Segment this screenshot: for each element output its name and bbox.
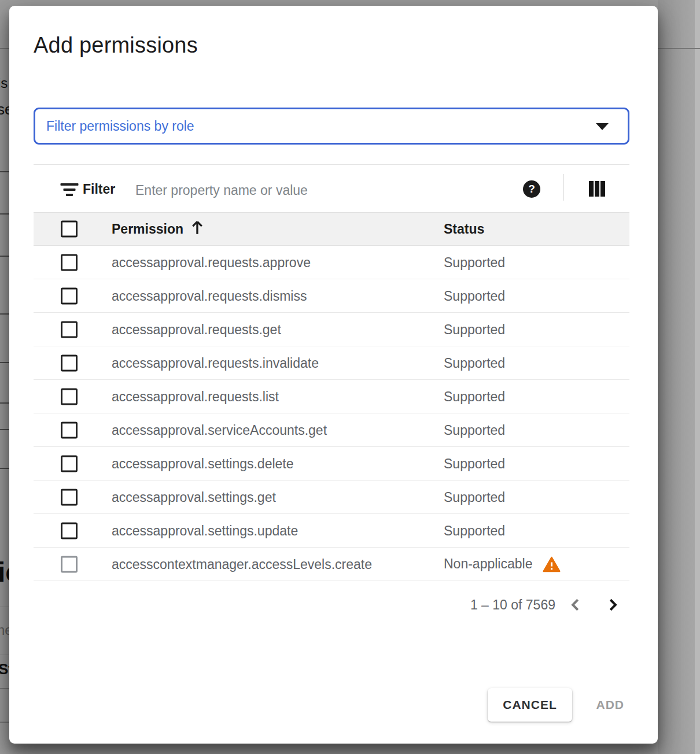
row-checkbox[interactable] [61, 522, 78, 539]
status-cell: Supported [444, 489, 505, 505]
background-row-border [0, 429, 9, 430]
row-checkbox[interactable] [61, 354, 78, 371]
row-checkbox[interactable] [61, 287, 78, 304]
permission-cell: accessapproval.requests.get [112, 321, 281, 337]
table-row[interactable]: accessapproval.requests.list Supported [34, 380, 629, 413]
background-divider [658, 48, 700, 49]
previous-page-icon[interactable] [567, 596, 584, 613]
permission-cell: accesscontextmanager.accessLevels.create [112, 556, 372, 572]
section-divider [34, 164, 629, 165]
status-cell: Non-applicable [444, 556, 561, 572]
permission-cell: accessapproval.settings.get [112, 489, 276, 505]
status-text: Supported [444, 288, 505, 304]
dialog-title: Add permissions [34, 33, 198, 58]
permission-cell: accessapproval.serviceAccounts.get [112, 422, 327, 438]
help-icon[interactable]: ? [523, 180, 540, 198]
permission-column-header[interactable]: Permission [112, 221, 183, 237]
table-row[interactable]: accessapproval.settings.get Supported [34, 481, 629, 514]
pagination-range-label: 1 – 10 of 7569 [470, 597, 555, 613]
background-text-fragment: is [0, 75, 8, 91]
background-row-border [0, 607, 9, 607]
status-text: Supported [444, 456, 505, 471]
table-row[interactable]: accessapproval.requests.approve Supporte… [34, 246, 629, 279]
status-text: Supported [444, 321, 505, 337]
status-cell: Supported [444, 456, 505, 471]
add-button[interactable]: ADD [592, 688, 629, 722]
background-row-border [0, 402, 9, 404]
pagination: 1 – 10 of 7569 [470, 589, 621, 621]
role-filter-value: Filter permissions by role [46, 119, 194, 134]
background-row-border [0, 213, 9, 215]
status-column-header: Status [444, 221, 484, 237]
background-row-border [0, 722, 9, 723]
toolbar-divider [563, 174, 564, 201]
background-row-border [0, 688, 9, 689]
background-divider [0, 48, 9, 49]
table-row[interactable]: accessapproval.settings.delete Supported [34, 447, 629, 481]
permission-cell: accessapproval.requests.list [112, 389, 279, 404]
row-checkbox[interactable] [61, 422, 78, 438]
status-cell: Supported [444, 254, 505, 270]
warning-icon [543, 556, 561, 572]
status-cell: Supported [444, 321, 505, 337]
table-row[interactable]: accessapproval.requests.get Supported [34, 313, 629, 346]
status-text: Supported [444, 389, 505, 404]
background-row-border [0, 655, 9, 655]
status-text: Supported [444, 422, 505, 438]
status-cell: Supported [444, 389, 505, 404]
background-row-border [0, 171, 9, 172]
table-row[interactable]: accessapproval.settings.update Supported [34, 514, 629, 548]
status-cell: Supported [444, 422, 505, 438]
status-cell: Supported [444, 288, 505, 304]
table-row[interactable]: accesscontextmanager.accessLevels.create… [34, 548, 629, 581]
table-body: accessapproval.requests.approve Supporte… [34, 246, 629, 581]
permissions-table: Permission Status accessapproval.request… [34, 212, 629, 581]
property-filter-input[interactable] [134, 182, 460, 199]
row-checkbox[interactable] [61, 489, 78, 505]
permission-cell: accessapproval.settings.delete [112, 456, 294, 471]
status-text: Supported [444, 355, 505, 371]
status-text: Supported [444, 489, 505, 505]
table-row[interactable]: accessapproval.requests.invalidate Suppo… [34, 346, 629, 380]
status-cell: Supported [444, 523, 505, 538]
row-checkbox[interactable] [61, 321, 78, 338]
next-page-icon[interactable] [604, 596, 621, 613]
row-checkbox[interactable] [61, 556, 78, 572]
add-permissions-dialog: Add permissions Filter permissions by ro… [9, 6, 658, 744]
permission-cell: accessapproval.requests.dismiss [112, 288, 307, 304]
column-display-options-icon[interactable] [589, 181, 605, 197]
row-checkbox[interactable] [61, 455, 78, 472]
background-scrollbar-track [695, 0, 700, 754]
row-checkbox[interactable] [61, 388, 78, 405]
table-row[interactable]: accessapproval.requests.dismiss Supporte… [34, 279, 629, 313]
sort-ascending-icon[interactable] [189, 219, 206, 239]
background-row-border [0, 362, 9, 363]
background-right-area [658, 0, 700, 754]
status-text: Supported [444, 523, 505, 538]
cancel-button[interactable]: CANCEL [488, 688, 572, 722]
permission-cell: accessapproval.settings.update [112, 523, 298, 538]
role-filter-select[interactable]: Filter permissions by role [34, 108, 629, 145]
status-text: Non-applicable [444, 556, 532, 572]
row-checkbox[interactable] [61, 254, 78, 271]
table-header-row: Permission Status [34, 212, 629, 246]
permission-cell: accessapproval.requests.invalidate [112, 355, 319, 371]
screen: is se ic ne St Add permissions Filter pe… [0, 0, 700, 754]
background-row-border [0, 313, 9, 315]
status-cell: Supported [444, 355, 505, 371]
filter-label: Filter [83, 182, 115, 197]
permission-cell: accessapproval.requests.approve [112, 254, 311, 270]
background-row-border [0, 256, 9, 257]
status-text: Supported [444, 254, 505, 270]
select-all-checkbox[interactable] [61, 221, 78, 238]
table-row[interactable]: accessapproval.serviceAccounts.get Suppo… [34, 413, 629, 447]
dropdown-caret-icon [596, 123, 609, 130]
background-row-border [0, 468, 9, 469]
filter-list-icon [60, 183, 78, 196]
